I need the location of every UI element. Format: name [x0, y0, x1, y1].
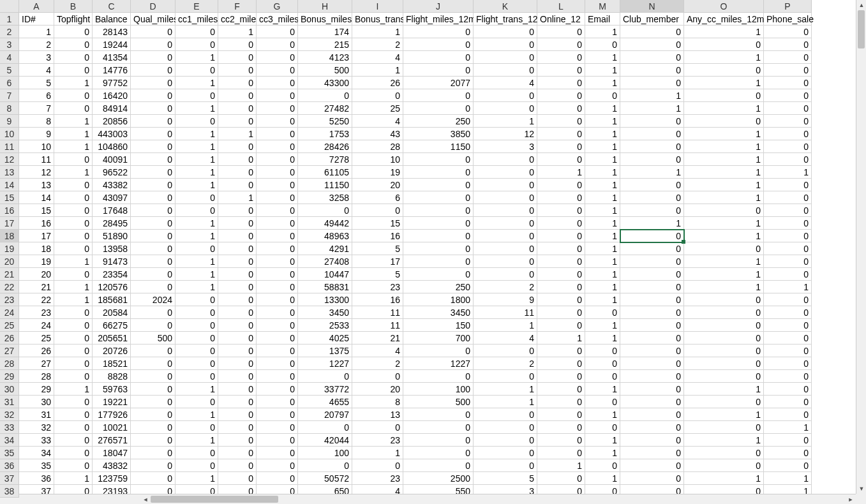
- cell-F28[interactable]: 0: [218, 357, 257, 370]
- cell-E3[interactable]: 0: [175, 38, 218, 51]
- cell-M8[interactable]: 1: [585, 102, 620, 115]
- cell-F15[interactable]: 1: [218, 191, 257, 204]
- cell-O30[interactable]: 1: [684, 383, 764, 396]
- cell-K11[interactable]: 3: [474, 140, 537, 153]
- cell-O34[interactable]: 1: [684, 434, 764, 447]
- cell-N35[interactable]: 0: [620, 447, 684, 459]
- cell-B12[interactable]: 0: [54, 153, 93, 166]
- cell-I18[interactable]: 16: [352, 230, 403, 242]
- cell-C33[interactable]: 10021: [93, 421, 131, 434]
- cell-O33[interactable]: 0: [684, 421, 764, 434]
- cell-O15[interactable]: 1: [684, 191, 764, 204]
- cell-J19[interactable]: 0: [403, 242, 474, 255]
- cell-C10[interactable]: 443003: [93, 128, 131, 140]
- cell-I8[interactable]: 25: [352, 102, 403, 115]
- cell-N23[interactable]: 0: [620, 293, 684, 306]
- cell-L30[interactable]: 0: [537, 383, 585, 396]
- cell-G11[interactable]: 0: [257, 140, 298, 153]
- cell-I11[interactable]: 28: [352, 140, 403, 153]
- cell-J23[interactable]: 1800: [403, 293, 474, 306]
- cell-J35[interactable]: 0: [403, 447, 474, 459]
- cell-G21[interactable]: 0: [257, 268, 298, 281]
- cell-M12[interactable]: 1: [585, 153, 620, 166]
- cell-L5[interactable]: 0: [537, 64, 585, 77]
- cell-F16[interactable]: 0: [218, 204, 257, 217]
- cell-H5[interactable]: 500: [298, 64, 352, 77]
- cell-M29[interactable]: 0: [585, 370, 620, 383]
- cell-J4[interactable]: 0: [403, 51, 474, 64]
- cell-N19[interactable]: 0: [620, 242, 684, 255]
- cell-P3[interactable]: 0: [764, 38, 812, 51]
- column-header-F[interactable]: F: [218, 0, 257, 13]
- cell-E13[interactable]: 1: [175, 166, 218, 179]
- cell-M36[interactable]: 0: [585, 459, 620, 472]
- cell-I25[interactable]: 11: [352, 319, 403, 332]
- cell-N7[interactable]: 1: [620, 89, 684, 102]
- cell-H20[interactable]: 27408: [298, 255, 352, 268]
- cell-B15[interactable]: 0: [54, 191, 93, 204]
- cell-B5[interactable]: 0: [54, 64, 93, 77]
- cell-J12[interactable]: 0: [403, 153, 474, 166]
- cell-K14[interactable]: 0: [474, 179, 537, 191]
- cell-D12[interactable]: 0: [131, 153, 175, 166]
- column-header-H[interactable]: H: [298, 0, 352, 13]
- cell-F33[interactable]: 0: [218, 421, 257, 434]
- vertical-scrollbar[interactable]: ▲ ▼: [856, 0, 866, 494]
- cell-O28[interactable]: 0: [684, 357, 764, 370]
- horizontal-scroll-thumb[interactable]: [151, 496, 278, 503]
- cell-C31[interactable]: 19221: [93, 396, 131, 408]
- cell-P18[interactable]: 0: [764, 230, 812, 242]
- cell-H1[interactable]: Bonus_miles: [298, 13, 352, 26]
- cell-E5[interactable]: 0: [175, 64, 218, 77]
- cell-P24[interactable]: 0: [764, 306, 812, 319]
- cell-H36[interactable]: 0: [298, 459, 352, 472]
- cell-J32[interactable]: 0: [403, 408, 474, 421]
- cell-P15[interactable]: 0: [764, 191, 812, 204]
- cell-L21[interactable]: 0: [537, 268, 585, 281]
- cell-B24[interactable]: 0: [54, 306, 93, 319]
- cell-G31[interactable]: 0: [257, 396, 298, 408]
- cell-D9[interactable]: 0: [131, 115, 175, 128]
- cell-C37[interactable]: 123759: [93, 472, 131, 485]
- cell-F10[interactable]: 1: [218, 128, 257, 140]
- cell-O3[interactable]: 0: [684, 38, 764, 51]
- cell-M4[interactable]: 1: [585, 51, 620, 64]
- row-header-4[interactable]: 4: [0, 51, 19, 64]
- cell-K21[interactable]: 0: [474, 268, 537, 281]
- cell-L14[interactable]: 0: [537, 179, 585, 191]
- cell-C32[interactable]: 177926: [93, 408, 131, 421]
- cell-J29[interactable]: 0: [403, 370, 474, 383]
- cell-I26[interactable]: 21: [352, 332, 403, 345]
- cell-G4[interactable]: 0: [257, 51, 298, 64]
- cell-F5[interactable]: 0: [218, 64, 257, 77]
- cell-C17[interactable]: 28495: [93, 217, 131, 230]
- cell-I28[interactable]: 2: [352, 357, 403, 370]
- cell-J11[interactable]: 1150: [403, 140, 474, 153]
- cell-B28[interactable]: 0: [54, 357, 93, 370]
- cell-O16[interactable]: 0: [684, 204, 764, 217]
- cell-F22[interactable]: 0: [218, 281, 257, 293]
- cell-A20[interactable]: 19: [19, 255, 54, 268]
- cell-M25[interactable]: 1: [585, 319, 620, 332]
- cell-J24[interactable]: 3450: [403, 306, 474, 319]
- cell-F17[interactable]: 0: [218, 217, 257, 230]
- cell-E20[interactable]: 1: [175, 255, 218, 268]
- cell-M2[interactable]: 1: [585, 26, 620, 38]
- cell-O26[interactable]: 0: [684, 332, 764, 345]
- cell-C29[interactable]: 8828: [93, 370, 131, 383]
- cell-J3[interactable]: 0: [403, 38, 474, 51]
- cell-G28[interactable]: 0: [257, 357, 298, 370]
- cell-M33[interactable]: 0: [585, 421, 620, 434]
- cell-J37[interactable]: 2500: [403, 472, 474, 485]
- cell-I22[interactable]: 23: [352, 281, 403, 293]
- cell-H24[interactable]: 3450: [298, 306, 352, 319]
- cell-G33[interactable]: 0: [257, 421, 298, 434]
- cell-M34[interactable]: 1: [585, 434, 620, 447]
- cell-F9[interactable]: 0: [218, 115, 257, 128]
- cell-E31[interactable]: 0: [175, 396, 218, 408]
- cell-I29[interactable]: 0: [352, 370, 403, 383]
- cell-D3[interactable]: 0: [131, 38, 175, 51]
- cell-N31[interactable]: 0: [620, 396, 684, 408]
- row-header-10[interactable]: 10: [0, 128, 19, 140]
- row-header-13[interactable]: 13: [0, 166, 19, 179]
